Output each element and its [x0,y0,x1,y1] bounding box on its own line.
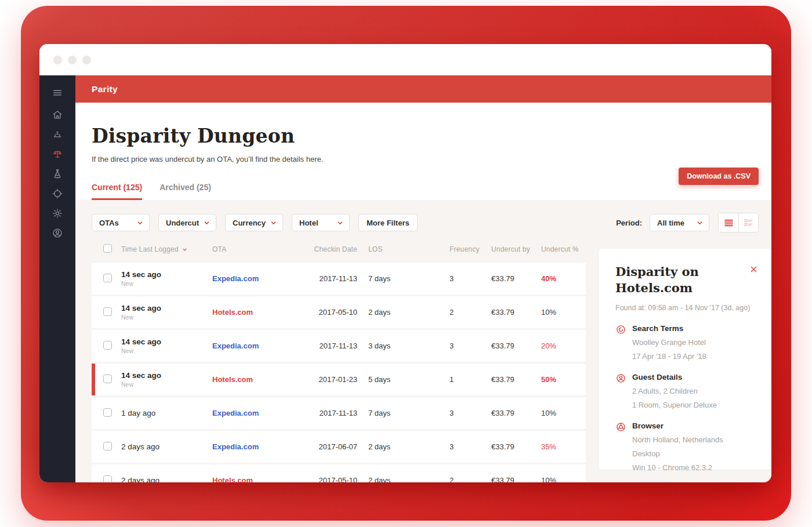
menu-icon [52,87,63,99]
filter-dropdown-currency[interactable]: Currency [225,214,283,231]
panel-title: Disparity on Hotels.com [615,264,731,297]
row-checkbox[interactable] [103,307,112,316]
frequency-value: 2 [448,476,483,482]
chevron-down-icon [182,246,188,253]
table-body: 14 sec agoNewExpedia.com2017-11-137 days… [92,263,586,482]
row-checkbox[interactable] [103,408,112,417]
undercut-by-value: €33.79 [483,308,540,317]
filter-dropdown-hotel[interactable]: Hotel [292,214,350,231]
checkin-date: 2017-01-23 [310,375,357,384]
section-line: 17 Apr '18 - 19 Apr '18 [632,352,757,361]
table-row[interactable]: 14 sec agoNewHotels.com2017-05-102 days2… [92,296,586,328]
download-csv-button[interactable]: Download as .CSV [679,168,759,185]
disparity-table: Time Last LoggedOTACheckin DateLOSFreuen… [92,243,586,482]
ota-link[interactable]: Hotels.com [212,375,253,384]
period-dropdown[interactable]: All time [650,214,709,231]
sidebar-item-menu[interactable] [39,83,75,103]
section-title: Guest Details [632,373,757,381]
detail-panel: Disparity on Hotels.com Found at: 09:58 … [599,249,771,470]
sidebar-item-bell[interactable] [39,125,75,144]
checkin-date: 2017-05-10 [310,476,357,482]
table-row[interactable]: 2 days agoHotels.com2017-05-102 days2€33… [92,464,586,482]
sidebar-item-home[interactable] [39,105,75,125]
undercut-pct-value: 35% [540,442,586,451]
column-header-time-last-logged[interactable]: Time Last Logged [118,245,211,253]
table-row[interactable]: 14 sec agoNewExpedia.com2017-11-137 days… [92,263,586,295]
checkin-date: 2017-06-07 [310,442,357,451]
ota-link[interactable]: Expedia.com [212,341,259,350]
period-value: All time [657,219,684,227]
frequency-value: 3 [448,442,483,451]
sidebar-item-settings[interactable] [39,203,75,223]
ota-link[interactable]: Expedia.com [212,274,259,283]
home-icon [52,109,63,121]
gear-icon [52,208,63,219]
table-row[interactable]: 2 days agoExpedia.com2017-06-072 days3€3… [92,431,586,463]
filter-section: OTAsUndercutCurrencyHotel More Filters P… [75,200,771,482]
new-badge: New [121,347,211,354]
chevron-down-icon [336,219,344,227]
section-line: Woolley Grange Hotel [632,338,757,347]
filter-dropdown-undercut[interactable]: Undercut [158,214,216,231]
los-value: 2 days [357,476,448,482]
new-badge: New [121,280,211,287]
table-row[interactable]: 14 sec agoNewHotels.com2017-01-235 days1… [92,364,586,395]
panel-section-browser: BrowserNorth Holland, NetherlandsDesktop… [615,421,757,472]
checkin-date: 2017-11-13 [310,341,357,350]
chevron-down-icon [696,219,704,227]
ota-link[interactable]: Expedia.com [212,442,259,451]
window-control-dot [53,56,62,64]
undercut-pct-value: 50% [540,375,586,384]
detail-view-icon [743,217,754,228]
row-checkbox[interactable] [103,274,112,282]
undercut-by-value: €33.79 [483,442,540,451]
section-line: 1 Room, Superior Deluxe [632,401,757,409]
sidebar-item-account[interactable] [39,223,75,243]
window-control-dot [68,56,77,64]
ota-link[interactable]: Hotels.com [212,308,253,317]
bell-icon [52,129,63,140]
new-badge: New [121,314,211,321]
column-header-frequency[interactable]: Freuency [448,245,483,253]
column-header-checkin-date[interactable]: Checkin Date [310,245,357,253]
time-last-logged: 14 sec ago [121,337,211,346]
checkin-date: 2017-11-13 [310,274,357,283]
row-checkbox[interactable] [103,375,112,383]
column-header-ota[interactable]: OTA [211,245,310,253]
tabs: Current (125)Archived (25) [92,183,211,200]
page-heading: Disparity Dungeon If the direct price wa… [75,103,771,200]
ota-link[interactable]: Hotels.com [212,476,253,482]
column-header-undercut-by[interactable]: Undercut by [483,245,540,253]
undercut-by-value: €33.79 [483,375,540,384]
row-checkbox[interactable] [103,475,112,483]
table-row[interactable]: 14 sec agoNewExpedia.com2017-11-133 days… [92,330,586,362]
list-view-button[interactable] [719,213,738,232]
table-row[interactable]: 1 day agoExpedia.com2017-11-137 days3€33… [92,397,586,429]
sidebar-item-parity[interactable] [39,144,75,164]
column-header-los[interactable]: LOS [357,245,448,253]
row-checkbox[interactable] [103,341,112,350]
row-checkbox[interactable] [103,442,112,450]
filter-dropdown-otas[interactable]: OTAs [92,214,150,231]
filter-label: OTAs [99,219,119,227]
new-badge: New [121,381,211,388]
ota-link[interactable]: Expedia.com [212,409,259,417]
undercut-pct-value: 40% [540,274,586,283]
los-value: 2 days [357,308,448,317]
period-label: Period: [616,219,642,227]
sidebar-item-lab[interactable] [39,164,75,184]
found-at-text: Found at: 09:58 am - 14 Nov '17 (3d. ago… [615,304,757,312]
frequency-value: 3 [448,409,483,417]
column-header-undercut-pct[interactable]: Undercut % [540,245,586,253]
sidebar-item-target[interactable] [39,184,75,203]
filter-label: Hotel [299,219,318,227]
los-value: 3 days [357,341,448,350]
time-last-logged: 2 days ago [121,442,211,451]
tab-archived[interactable]: Archived (25) [160,183,211,200]
more-filters-button[interactable]: More Filters [358,214,418,231]
close-panel-button[interactable] [747,263,760,275]
detail-view-button[interactable] [738,213,758,232]
select-all-checkbox[interactable] [103,244,112,253]
tab-current[interactable]: Current (125) [92,183,142,200]
chevron-down-icon [136,219,144,227]
